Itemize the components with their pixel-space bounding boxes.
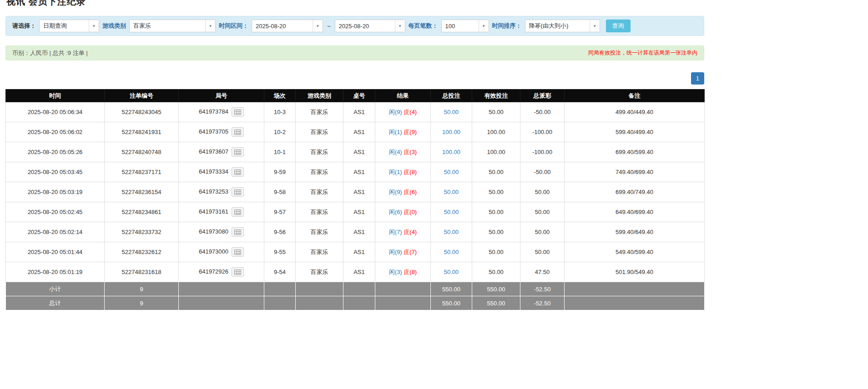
roadmap-icon-button[interactable] xyxy=(232,167,244,177)
table-body: 2025-08-20 05:06:34 522748243045 6419737… xyxy=(6,102,705,282)
table-footer: 小计 9 550.00 550.00 -52.50 总计 9 xyxy=(6,282,705,310)
total-bet-link[interactable]: 50.00 xyxy=(444,109,459,115)
summary-info: 币别：人民币 | 总共 :9 注单 | xyxy=(12,49,88,57)
col-total-bet: 总投注 xyxy=(431,90,472,102)
date-to-select[interactable]: 2025-08-20 ▼ xyxy=(335,20,405,32)
game-type-label: 游戏类别 xyxy=(102,22,126,30)
row-table-no: AS1 xyxy=(343,202,375,222)
subtotal-count: 9 xyxy=(105,282,179,296)
row-game: 百家乐 xyxy=(296,162,343,182)
row-bet-id: 522748236154 xyxy=(105,182,179,202)
col-session: 场次 xyxy=(264,90,296,102)
chevron-down-icon[interactable]: ▼ xyxy=(313,20,323,32)
row-game: 百家乐 xyxy=(296,122,343,142)
roadmap-icon-button[interactable] xyxy=(232,107,244,117)
row-game: 百家乐 xyxy=(296,102,343,122)
row-time: 2025-08-20 05:05:26 xyxy=(6,142,105,162)
result-player: 闲(9) xyxy=(389,249,402,255)
row-time: 2025-08-20 05:02:14 xyxy=(6,222,105,242)
row-session: 9-56 xyxy=(264,222,296,242)
row-result: 闲(9) 庄(6) xyxy=(375,182,431,202)
result-banker: 庄(4) xyxy=(404,109,417,115)
roadmap-icon xyxy=(234,110,241,115)
row-result: 闲(7) 庄(4) xyxy=(375,222,431,242)
range-separator: ~ xyxy=(326,23,332,30)
result-player: 闲(9) xyxy=(389,189,402,195)
table-row: 2025-08-20 05:03:45 522748237171 6419733… xyxy=(6,162,705,182)
table-row: 2025-08-20 05:03:19 522748236154 6419732… xyxy=(6,182,705,202)
row-bet-id: 522748241931 xyxy=(105,122,179,142)
row-result: 闲(4) 庄(3) xyxy=(375,142,431,162)
chevron-down-icon[interactable]: ▼ xyxy=(395,20,405,32)
sort-select[interactable]: 降幂(由大到小) ▼ xyxy=(525,20,600,32)
date-from-select[interactable]: 2025-08-20 ▼ xyxy=(252,20,323,32)
row-table-no: AS1 xyxy=(343,122,375,142)
table-row: 2025-08-20 05:05:26 522748240748 6419736… xyxy=(6,142,705,162)
row-valid-bet: 50.00 xyxy=(472,202,520,222)
total-bet-link[interactable]: 50.00 xyxy=(444,169,459,175)
game-type-select[interactable]: 百家乐 ▼ xyxy=(129,20,216,32)
chevron-down-icon[interactable]: ▼ xyxy=(205,20,215,32)
row-payout: 50.00 xyxy=(520,182,565,202)
page-button-1[interactable]: 1 xyxy=(691,72,704,85)
row-table-no: AS1 xyxy=(343,102,375,122)
table-row: 2025-08-20 05:06:34 522748243045 6419737… xyxy=(6,102,705,122)
round-number: 641973000 xyxy=(199,248,228,255)
result-banker: 庄(0) xyxy=(404,209,417,215)
date-to-value: 2025-08-20 xyxy=(335,20,395,32)
row-time: 2025-08-20 05:03:19 xyxy=(6,182,105,202)
row-result: 闲(6) 庄(0) xyxy=(375,202,431,222)
row-remark: 501.90/549.40 xyxy=(565,262,705,282)
total-bet-link[interactable]: 50.00 xyxy=(444,269,459,275)
result-banker: 庄(9) xyxy=(404,129,417,135)
roadmap-icon xyxy=(234,170,241,175)
total-bet-link[interactable]: 50.00 xyxy=(444,249,459,255)
select-label: 请选择： xyxy=(12,22,36,30)
query-type-select[interactable]: 日期查询 ▼ xyxy=(39,20,99,32)
total-bet-link[interactable]: 100.00 xyxy=(442,149,460,155)
chevron-down-icon[interactable]: ▼ xyxy=(590,20,600,32)
total-bet-link[interactable]: 50.00 xyxy=(444,209,459,215)
table-row: 2025-08-20 05:06:02 522748241931 6419737… xyxy=(6,122,705,142)
roadmap-icon-button[interactable] xyxy=(232,227,244,237)
row-table-no: AS1 xyxy=(343,182,375,202)
result-banker: 庄(7) xyxy=(404,249,417,255)
chevron-down-icon[interactable]: ▼ xyxy=(479,20,489,32)
row-round: 641973784 xyxy=(179,102,264,122)
row-game: 百家乐 xyxy=(296,262,343,282)
roadmap-icon-button[interactable] xyxy=(232,127,244,137)
result-player: 闲(1) xyxy=(389,129,402,135)
row-result: 闲(1) 庄(9) xyxy=(375,122,431,142)
total-bet-link[interactable]: 100.00 xyxy=(442,129,460,135)
row-payout: 50.00 xyxy=(520,202,565,222)
round-number: 641973334 xyxy=(199,168,228,175)
row-table-no: AS1 xyxy=(343,142,375,162)
row-time: 2025-08-20 05:03:45 xyxy=(6,162,105,182)
per-page-select[interactable]: 100 ▼ xyxy=(441,20,489,32)
roadmap-icon-button[interactable] xyxy=(232,247,244,257)
row-valid-bet: 50.00 xyxy=(472,222,520,242)
total-bet-link[interactable]: 50.00 xyxy=(444,229,459,235)
roadmap-icon-button[interactable] xyxy=(232,267,244,277)
row-valid-bet: 50.00 xyxy=(472,102,520,122)
row-valid-bet: 50.00 xyxy=(472,262,520,282)
table-header: 时间 注单编号 局号 场次 游戏类别 桌号 结果 总投注 有效投注 总派彩 备注 xyxy=(6,90,705,102)
round-number: 641973080 xyxy=(199,228,228,235)
result-player: 闲(9) xyxy=(389,109,402,115)
roadmap-icon-button[interactable] xyxy=(232,187,244,197)
row-table-no: AS1 xyxy=(343,242,375,262)
row-valid-bet: 50.00 xyxy=(472,182,520,202)
total-bet-link[interactable]: 50.00 xyxy=(444,189,459,195)
row-result: 闲(3) 庄(8) xyxy=(375,262,431,282)
roadmap-icon-button[interactable] xyxy=(232,147,244,157)
chevron-down-icon[interactable]: ▼ xyxy=(89,20,99,32)
row-round: 641973161 xyxy=(179,202,264,222)
query-button[interactable]: 查询 xyxy=(606,20,631,32)
result-banker: 庄(3) xyxy=(404,149,417,155)
result-banker: 庄(6) xyxy=(404,189,417,195)
round-number: 641973161 xyxy=(199,208,228,215)
row-payout: -100.00 xyxy=(520,122,565,142)
roadmap-icon-button[interactable] xyxy=(232,207,244,217)
row-session: 9-59 xyxy=(264,162,296,182)
roadmap-icon xyxy=(234,229,241,235)
